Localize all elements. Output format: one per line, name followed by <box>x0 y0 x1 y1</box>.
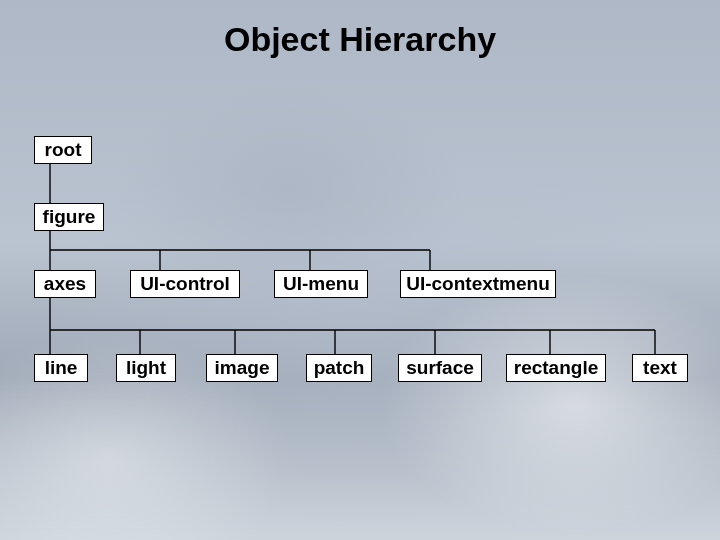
node-axes: axes <box>34 270 96 298</box>
node-figure: figure <box>34 203 104 231</box>
diagram-canvas: Object Hierarchy root figure axes UI-con… <box>0 0 720 540</box>
page-title: Object Hierarchy <box>0 20 720 59</box>
node-line: line <box>34 354 88 382</box>
node-rectangle: rectangle <box>506 354 606 382</box>
node-ui-control: UI-control <box>130 270 240 298</box>
node-image: image <box>206 354 278 382</box>
node-ui-contextmenu: UI-contextmenu <box>400 270 556 298</box>
node-root: root <box>34 136 92 164</box>
node-patch: patch <box>306 354 372 382</box>
node-surface: surface <box>398 354 482 382</box>
node-ui-menu: UI-menu <box>274 270 368 298</box>
node-text: text <box>632 354 688 382</box>
node-light: light <box>116 354 176 382</box>
